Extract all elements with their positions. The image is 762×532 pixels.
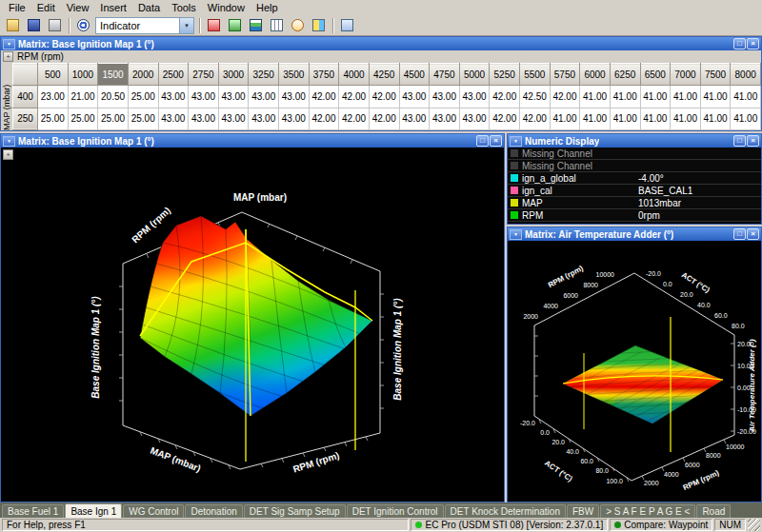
map-cell[interactable]: 43.00 xyxy=(459,86,490,108)
map-cell[interactable]: 41.00 xyxy=(580,108,611,129)
map-cell[interactable]: 43.00 xyxy=(189,108,219,129)
resize-grip[interactable] xyxy=(748,519,760,531)
map-cell[interactable]: 41.00 xyxy=(640,86,671,108)
map-cell[interactable]: 43.00 xyxy=(399,108,430,129)
map-cell[interactable]: 42.00 xyxy=(339,108,370,129)
tab-det-ignition-control[interactable]: DET Ignition Control xyxy=(347,504,444,518)
col-header[interactable]: 7000 xyxy=(671,64,701,86)
menu-window[interactable]: Window xyxy=(202,2,251,13)
crosshair-button[interactable] xyxy=(73,16,93,34)
col-header[interactable]: 3250 xyxy=(249,64,279,86)
pin-icon[interactable]: + xyxy=(3,149,13,160)
numeric-row[interactable]: ign_a_global -4.00° xyxy=(508,172,761,185)
map-cell[interactable]: 41.00 xyxy=(610,86,640,108)
map-cell[interactable]: 42.00 xyxy=(490,108,520,129)
col-header[interactable]: 2500 xyxy=(158,64,189,86)
close-button[interactable]: × xyxy=(747,135,759,147)
maximize-button[interactable]: □ xyxy=(733,135,746,147)
col-header[interactable]: 7500 xyxy=(700,64,731,86)
indicator-combobox[interactable]: Indicator ▼ xyxy=(95,17,194,34)
map-cell[interactable]: 42.00 xyxy=(369,108,399,129)
map-cell[interactable]: 43.00 xyxy=(158,86,189,108)
tab-fbw[interactable]: FBW xyxy=(567,504,599,518)
window-menu-icon[interactable]: ▼ xyxy=(510,136,522,147)
map-cell[interactable]: 43.00 xyxy=(189,86,219,108)
col-header[interactable]: 3750 xyxy=(309,64,339,86)
map-cell[interactable]: 41.00 xyxy=(671,108,701,129)
col-header[interactable]: 5000 xyxy=(459,64,490,86)
tab-det-sig-samp-setup[interactable]: DET Sig Samp Setup xyxy=(244,504,346,518)
map-cell[interactable]: 43.00 xyxy=(430,108,460,129)
map-cell[interactable]: 25.00 xyxy=(128,108,158,129)
numeric-row[interactable]: ign_cal BASE_CAL1 xyxy=(508,185,761,197)
map-cell[interactable]: 42.00 xyxy=(369,86,399,108)
window-menu-icon[interactable]: ▼ xyxy=(3,136,15,147)
map-cell[interactable]: 41.00 xyxy=(610,108,640,129)
numeric-row[interactable]: Missing Channel xyxy=(508,148,761,160)
col-header[interactable]: 2000 xyxy=(128,64,158,86)
close-button[interactable]: × xyxy=(747,228,759,240)
gauge-button[interactable] xyxy=(288,16,308,34)
tab-road[interactable]: Road xyxy=(696,504,731,518)
menu-view[interactable]: View xyxy=(61,2,95,13)
numeric-row[interactable]: RPM 0rpm xyxy=(508,209,761,222)
map-cell[interactable]: 25.00 xyxy=(68,108,98,129)
map-cell[interactable]: 43.00 xyxy=(430,86,460,108)
compare-button[interactable] xyxy=(309,16,329,34)
menu-insert[interactable]: Insert xyxy=(94,2,132,13)
log-view-button[interactable] xyxy=(225,16,245,34)
tab-safe-page[interactable]: > S A F E P A G E < xyxy=(600,504,695,518)
col-header[interactable]: 6500 xyxy=(640,64,671,86)
map-cell[interactable]: 43.00 xyxy=(279,86,310,108)
chevron-down-icon[interactable]: ▼ xyxy=(179,18,193,33)
ignition-3d-plot[interactable]: + xyxy=(1,148,504,502)
col-header[interactable]: 500 xyxy=(38,64,69,86)
map-cell[interactable]: 25.00 xyxy=(98,108,129,129)
map-cell[interactable]: 25.00 xyxy=(128,86,158,108)
row-header[interactable]: 400 xyxy=(13,86,38,108)
log-record-button[interactable] xyxy=(204,16,224,34)
map-cell[interactable]: 43.00 xyxy=(218,86,249,108)
map-cell[interactable]: 41.00 xyxy=(550,108,580,129)
ignition-3d-surface-chart[interactable]: MAP (mbar) RPM (rpm) Base Ignition Map 1… xyxy=(1,148,504,502)
map-cell[interactable]: 21.00 xyxy=(68,86,98,108)
map-cell[interactable]: 43.00 xyxy=(218,108,249,129)
col-header[interactable]: 3500 xyxy=(279,64,310,86)
col-header[interactable]: 2750 xyxy=(189,64,219,86)
map-cell[interactable]: 42.00 xyxy=(309,86,339,108)
menu-tools[interactable]: Tools xyxy=(166,2,202,13)
tab-base-fuel-1[interactable]: Base Fuel 1 xyxy=(2,504,64,518)
window-menu-icon[interactable]: ▼ xyxy=(3,39,15,49)
row-header[interactable]: 250 xyxy=(13,108,38,129)
col-header[interactable]: 5500 xyxy=(520,64,551,86)
map-cell[interactable]: 43.00 xyxy=(399,86,430,108)
air-temp-3d-plot[interactable]: 10000 8000 6000 4000 2000 -20.0 0.0 20.0… xyxy=(508,241,761,502)
map-cell[interactable]: 41.00 xyxy=(640,108,671,129)
window-menu-icon[interactable]: ▼ xyxy=(510,229,522,240)
pin-icon[interactable]: + xyxy=(3,51,13,62)
close-button[interactable]: × xyxy=(747,38,759,49)
map-cell[interactable]: 25.00 xyxy=(38,108,69,129)
tab-detonation[interactable]: Detonation xyxy=(185,504,242,518)
col-header[interactable]: 4500 xyxy=(399,64,430,86)
col-header[interactable]: 8000 xyxy=(731,64,761,86)
print-button[interactable] xyxy=(45,16,65,34)
map-cell[interactable]: 43.00 xyxy=(158,108,189,129)
col-header[interactable]: 6250 xyxy=(610,64,640,86)
col-header[interactable]: 4000 xyxy=(339,64,370,86)
open-button[interactable] xyxy=(3,16,23,34)
numeric-row[interactable]: MAP 1013mbar xyxy=(508,197,761,209)
maximize-button[interactable]: □ xyxy=(733,228,746,240)
menu-file[interactable]: File xyxy=(3,2,31,13)
maximize-button[interactable]: □ xyxy=(733,38,746,49)
chart-button[interactable] xyxy=(246,16,266,34)
map-cell[interactable]: 42.00 xyxy=(520,108,551,129)
col-header[interactable]: 1000 xyxy=(68,64,98,86)
map-cell[interactable]: 41.00 xyxy=(671,86,701,108)
col-header[interactable]: 5250 xyxy=(490,64,520,86)
tab-base-ign-1[interactable]: Base Ign 1 xyxy=(65,503,122,518)
numeric-row[interactable]: Missing Channel xyxy=(508,160,761,172)
matrix-button[interactable] xyxy=(267,16,287,34)
map-cell[interactable]: 42.00 xyxy=(309,108,339,129)
map-cell[interactable]: 43.00 xyxy=(249,108,279,129)
